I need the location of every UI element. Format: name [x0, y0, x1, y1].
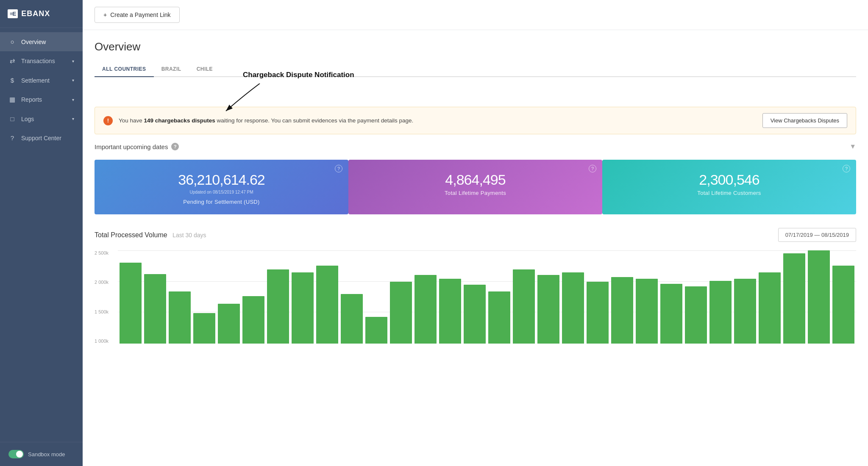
bar-25: [734, 279, 756, 344]
sidebar-item-reports[interactable]: ▦ Reports ▾: [0, 90, 83, 109]
annotation-arrow: [217, 83, 268, 113]
logs-icon: □: [8, 115, 16, 122]
sidebar-item-transactions[interactable]: ⇄ Transactions ▾: [0, 51, 83, 71]
bar-13: [439, 279, 461, 344]
stat-label-0: Pending for Settlement (USD): [105, 199, 338, 205]
bar-0: [120, 263, 142, 344]
date-range-button[interactable]: 07/17/2019 — 08/15/2019: [778, 228, 856, 242]
sidebar-label-settlement: Settlement: [21, 77, 67, 84]
create-link-label: Create a Payment Link: [110, 11, 170, 18]
bar-18: [562, 272, 584, 344]
stat-value-0: 36,210,614.62: [105, 172, 338, 188]
bar-15: [488, 291, 510, 344]
collapse-icon[interactable]: ▼: [849, 143, 856, 150]
sidebar-nav: ○ Overview ⇄ Transactions ▾ $ Settlement…: [0, 28, 83, 442]
chart-subtitle: Last 30 days: [172, 232, 206, 239]
bar-4: [218, 304, 240, 344]
sidebar-label-support: Support Center: [21, 135, 74, 141]
bar-5: [242, 296, 264, 344]
stat-label-2: Total Lifetime Customers: [612, 190, 846, 196]
bar-22: [660, 284, 682, 344]
page-title: Overview: [95, 40, 856, 53]
bar-24: [709, 281, 732, 344]
sidebar-item-overview[interactable]: ○ Overview: [0, 32, 83, 51]
chart-header: Total Processed Volume Last 30 days 07/1…: [95, 228, 856, 242]
sidebar-bottom: Sandbox mode: [0, 442, 83, 466]
chart-y-label: 1 500k: [95, 309, 108, 314]
sidebar-item-settlement[interactable]: $ Settlement ▾: [0, 71, 83, 90]
chargeback-prefix: You have: [119, 117, 144, 124]
tab-chile[interactable]: Chile: [189, 62, 221, 77]
view-disputes-button[interactable]: View Chargebacks Disputes: [762, 113, 847, 128]
country-tabs: All CountriesBrazilChile: [95, 62, 856, 77]
bar-chart: 2 500k2 000k1 500k1 000k: [95, 250, 856, 348]
chart-grid: [118, 250, 856, 344]
bar-9: [341, 294, 363, 344]
bar-23: [685, 286, 707, 344]
stat-value-2: 2,300,546: [612, 172, 846, 188]
bar-12: [415, 275, 437, 344]
stat-value-1: 4,864,495: [359, 172, 592, 188]
help-icon[interactable]: ?: [171, 143, 179, 150]
sidebar-logo: ≡E EBANX: [0, 0, 83, 28]
chevron-reports: ▾: [72, 97, 74, 102]
important-dates-label: Important upcoming dates: [95, 143, 168, 150]
chart-y-label: 2 000k: [95, 280, 108, 285]
card-help-icon-1[interactable]: ?: [589, 165, 596, 172]
stat-label-1: Total Lifetime Payments: [359, 190, 592, 196]
chevron-logs: ▾: [72, 116, 74, 121]
sidebar-item-support[interactable]: ? Support Center: [0, 128, 83, 147]
reports-icon: ▦: [8, 96, 16, 103]
chart-y-label: 2 500k: [95, 250, 108, 255]
stat-updated-0: Updated on 08/15/2019 12:47 PM: [105, 190, 338, 194]
content-area: Overview All CountriesBrazilChile Charge…: [83, 30, 868, 466]
bars-container: [118, 250, 856, 344]
stat-card-1: ? 4,864,495 Total Lifetime Payments: [348, 160, 602, 214]
chart-y-label: 1 000k: [95, 338, 108, 344]
card-help-icon-2[interactable]: ?: [843, 165, 850, 172]
card-help-icon-0[interactable]: ?: [335, 165, 342, 172]
plus-icon: +: [103, 11, 107, 18]
sidebar-label-transactions: Transactions: [21, 58, 67, 64]
stats-cards: ? 36,210,614.62 Updated on 08/15/2019 12…: [95, 160, 856, 214]
chevron-transactions: ▾: [72, 59, 74, 64]
logo-text: EBANX: [21, 9, 50, 18]
bar-29: [832, 266, 854, 344]
bar-8: [316, 266, 338, 344]
bar-19: [587, 282, 609, 344]
sandbox-toggle[interactable]: [8, 450, 24, 458]
important-dates-row: Important upcoming dates ? ▼: [95, 143, 856, 150]
transactions-icon: ⇄: [8, 57, 16, 65]
chart-y-labels: 2 500k2 000k1 500k1 000k: [95, 250, 108, 344]
sidebar-label-reports: Reports: [21, 96, 67, 103]
chargeback-suffix: waiting for response. You can submit evi…: [215, 117, 414, 124]
annotation-label: Chargeback Dispute Notification: [243, 71, 354, 79]
bar-11: [390, 282, 412, 344]
sidebar-label-logs: Logs: [21, 116, 67, 122]
bar-17: [537, 275, 559, 344]
sidebar-label-overview: Overview: [21, 39, 74, 45]
sandbox-label: Sandbox mode: [28, 451, 65, 458]
bar-20: [611, 277, 633, 344]
bar-7: [292, 272, 314, 344]
create-payment-link-button[interactable]: + Create a Payment Link: [95, 7, 180, 23]
chargeback-banner: ! You have 149 chargebacks disputes wait…: [95, 107, 856, 134]
tab-all[interactable]: All Countries: [95, 62, 154, 77]
sidebar-item-logs[interactable]: □ Logs ▾: [0, 109, 83, 128]
chevron-settlement: ▾: [72, 78, 74, 83]
stat-card-0: ? 36,210,614.62 Updated on 08/15/2019 12…: [95, 160, 348, 214]
bar-6: [267, 269, 289, 344]
bar-27: [783, 253, 805, 344]
bar-1: [144, 274, 166, 344]
chart-title-group: Total Processed Volume Last 30 days: [95, 231, 206, 239]
important-dates-left: Important upcoming dates ?: [95, 143, 179, 150]
tab-brazil[interactable]: Brazil: [154, 62, 189, 77]
chart-title: Total Processed Volume: [95, 231, 167, 239]
bar-3: [193, 313, 215, 344]
settlement-icon: $: [8, 77, 16, 84]
topbar: + Create a Payment Link: [83, 0, 868, 30]
bar-16: [513, 269, 535, 344]
stat-card-2: ? 2,300,546 Total Lifetime Customers: [602, 160, 856, 214]
logo-icon: ≡E: [8, 9, 18, 18]
annotation-container: Chargeback Dispute Notification ! You ha…: [95, 107, 856, 134]
